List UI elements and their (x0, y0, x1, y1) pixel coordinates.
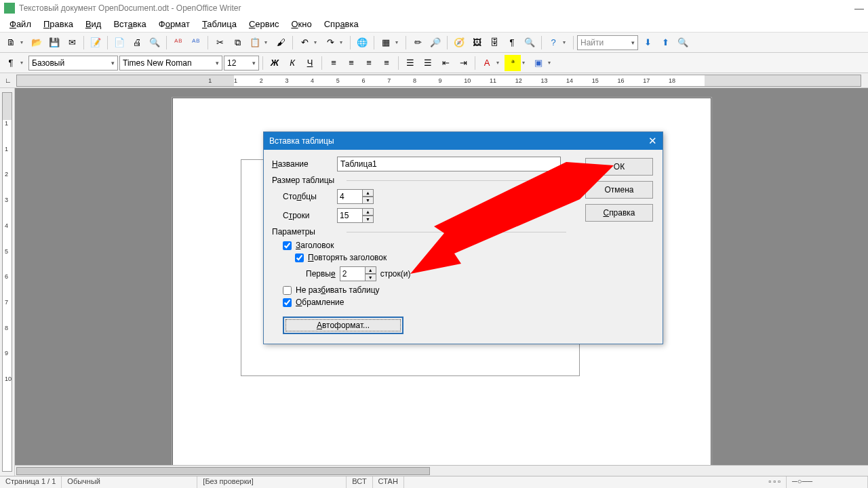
spin-up-icon[interactable]: ▲ (366, 266, 376, 274)
menu-view[interactable]: Вид (80, 18, 107, 30)
menu-window[interactable]: Окно (285, 18, 317, 30)
spin-up-icon[interactable]: ▲ (363, 208, 374, 216)
copy-icon[interactable]: ⧉ (229, 35, 245, 51)
rows-spinner[interactable]: ▲▼ (337, 208, 374, 223)
border-checkbox[interactable] (283, 298, 292, 307)
columns-spinner[interactable]: ▲▼ (337, 189, 374, 204)
spin-down-icon[interactable]: ▼ (363, 197, 374, 204)
gallery-icon[interactable]: 🖼 (469, 35, 485, 51)
font-color-icon[interactable]: A (479, 55, 495, 71)
autoformat-button[interactable]: Автоформат... (283, 317, 403, 334)
menu-table[interactable]: Таблица (197, 18, 242, 30)
underline-icon[interactable]: Ч (302, 55, 318, 71)
open-icon[interactable]: 📂 (28, 35, 45, 51)
align-left-icon[interactable]: ≡ (326, 55, 342, 71)
indent-inc-icon[interactable]: ⇥ (455, 55, 471, 71)
undo-icon[interactable]: ↶ (296, 35, 313, 51)
hyperlink-icon[interactable]: 🌐 (354, 35, 370, 51)
status-view-icons[interactable]: ▫ ▫ ▫ (763, 476, 787, 488)
navigator-icon[interactable]: 🧭 (451, 35, 467, 51)
ok-button[interactable]: ОК (585, 158, 653, 176)
help-button[interactable]: Справка (585, 204, 653, 222)
number-list-icon[interactable]: ☰ (402, 55, 418, 71)
bold-icon[interactable]: Ж (267, 55, 283, 71)
menu-file[interactable]: Файл (4, 18, 37, 30)
autospell-icon[interactable]: ᴬᴮ (188, 35, 204, 51)
horizontal-scrollbar[interactable] (15, 465, 868, 476)
menu-edit[interactable]: Правка (38, 18, 79, 30)
status-zoom-slider[interactable]: ─○── (787, 476, 868, 488)
table-icon[interactable]: ▦ (378, 35, 394, 51)
clone-fmt-icon[interactable]: 🖌 (273, 35, 289, 51)
align-right-icon[interactable]: ≡ (361, 55, 377, 71)
show-draw-icon[interactable]: ✏ (410, 35, 426, 51)
status-selection-mode[interactable]: СТАН (373, 476, 404, 488)
toolbar-formatting: ¶▾ Базовый▾ Times New Roman▾ 12▾ Ж К Ч ≡… (0, 53, 868, 73)
status-language[interactable]: [Без проверки] (197, 476, 347, 488)
first-label: Первые (306, 269, 336, 279)
paste-icon[interactable]: 📋 (247, 35, 263, 51)
help-icon[interactable]: ? (545, 35, 561, 51)
border-label: Обрамление (296, 298, 344, 307)
bg-color-icon[interactable]: ▣ (530, 55, 547, 71)
window-titlebar: Текстовый документ OpenDocument.odt - Op… (0, 0, 868, 16)
menu-tools[interactable]: Сервис (243, 18, 285, 30)
statusbar: Страница 1 / 1 Обычный [Без проверки] ВС… (0, 476, 868, 488)
find-prev-icon[interactable]: ⬆ (657, 35, 673, 51)
spellcheck-icon[interactable]: ᴬᴮ (170, 35, 186, 51)
cut-icon[interactable]: ✂ (212, 35, 228, 51)
window-title: Текстовый документ OpenDocument.odt - Op… (19, 3, 241, 13)
print-icon[interactable]: 🖨 (129, 35, 145, 51)
first-rows-spinner[interactable]: ▲▼ (340, 266, 376, 281)
indent-dec-icon[interactable]: ⇤ (437, 55, 454, 71)
highlight-icon[interactable]: ᵃ (505, 55, 521, 71)
insert-table-dialog: Вставка таблицы ✕ ОК Отмена Справка Назв… (263, 131, 663, 344)
font-size-combo[interactable]: 12▾ (224, 56, 259, 70)
spin-up-icon[interactable]: ▲ (363, 189, 374, 197)
menu-insert[interactable]: Вставка (108, 18, 151, 30)
align-center-icon[interactable]: ≡ (343, 55, 359, 71)
ruler-corner-icon: ∟ (0, 73, 16, 87)
datasources-icon[interactable]: 🗄 (486, 35, 502, 51)
align-justify-icon[interactable]: ≡ (378, 55, 395, 71)
find-next-icon[interactable]: ⬇ (639, 35, 656, 51)
nosplit-checkbox[interactable] (283, 286, 292, 295)
status-style[interactable]: Обычный (62, 476, 197, 488)
columns-label: Столбцы (283, 192, 337, 201)
menu-help[interactable]: Справка (319, 18, 364, 30)
menu-format[interactable]: Формат (153, 18, 195, 30)
spin-down-icon[interactable]: ▼ (366, 274, 376, 281)
styles-icon[interactable]: ¶ (3, 55, 19, 71)
spin-down-icon[interactable]: ▼ (363, 216, 374, 223)
dialog-titlebar[interactable]: Вставка таблицы ✕ (264, 132, 663, 150)
name-input[interactable] (337, 157, 561, 171)
horizontal-ruler[interactable]: 1123456789101112131415161718 (16, 75, 861, 87)
find-input[interactable]: Найти ▾ (577, 35, 638, 50)
nonprinting-icon[interactable]: ¶ (504, 35, 520, 51)
zoom-icon[interactable]: 🔍 (521, 35, 538, 51)
email-icon[interactable]: ✉ (64, 35, 80, 51)
first-unit-label: строк(и) (380, 269, 411, 279)
nosplit-label: Не разбивать таблицу (296, 285, 380, 295)
bullet-list-icon[interactable]: ☰ (420, 55, 436, 71)
find-replace-icon[interactable]: 🔎 (427, 35, 443, 51)
header-checkbox[interactable] (283, 241, 292, 250)
preview-icon[interactable]: 🔍 (146, 35, 163, 51)
toolbar-standard: 🗎▾ 📂 💾 ✉ 📝 📄 🖨 🔍 ᴬᴮ ᴬᴮ ✂ ⧉ 📋▾ 🖌 ↶▾ ↷▾ 🌐 … (0, 33, 868, 53)
font-name-combo[interactable]: Times New Roman▾ (119, 56, 222, 70)
paragraph-style-combo[interactable]: Базовый▾ (28, 56, 118, 70)
edit-doc-icon[interactable]: 📝 (87, 35, 104, 51)
repeat-header-checkbox[interactable] (295, 253, 304, 262)
minimize-button[interactable]: — (854, 3, 864, 14)
pdf-icon[interactable]: 📄 (111, 35, 127, 51)
app-icon (4, 3, 15, 14)
close-icon[interactable]: ✕ (648, 135, 657, 147)
find-toolbar-icon[interactable]: 🔍 (675, 35, 691, 51)
status-insert-mode[interactable]: ВСТ (347, 476, 372, 488)
new-icon[interactable]: 🗎 (3, 35, 19, 51)
save-icon[interactable]: 💾 (46, 35, 62, 51)
italic-icon[interactable]: К (284, 55, 300, 71)
params-group-label: Параметры (272, 227, 654, 237)
redo-icon[interactable]: ↷ (322, 35, 338, 51)
vertical-ruler[interactable]: 112345678910 (0, 88, 15, 476)
